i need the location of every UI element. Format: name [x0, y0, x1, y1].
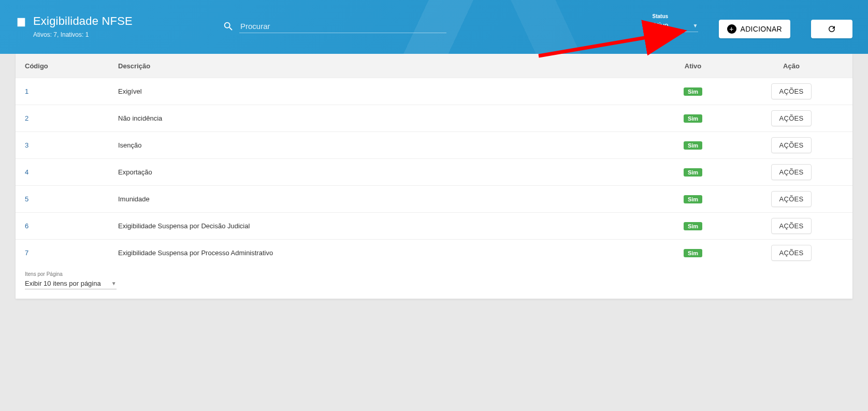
row-ativo: Sim: [646, 114, 740, 123]
row-codigo[interactable]: 5: [25, 195, 118, 203]
row-actions-button[interactable]: AÇÕES: [771, 164, 811, 180]
row-actions-button[interactable]: AÇÕES: [771, 191, 811, 207]
row-ativo: Sim: [646, 87, 740, 96]
row-codigo[interactable]: 6: [25, 222, 118, 230]
active-badge: Sim: [684, 114, 702, 123]
table-row: 4ExportaçãoSimAÇÕES: [16, 158, 852, 185]
document-icon: [16, 17, 27, 28]
chevron-down-icon: ▼: [111, 281, 117, 286]
row-descricao: Não incidência: [118, 114, 646, 122]
status-filter: Status Ativo ▼: [653, 13, 698, 32]
status-select[interactable]: Ativo ▼: [653, 19, 698, 32]
search-block: [223, 20, 446, 33]
title-block: Exigibilidade NFSE Ativos: 7, Inativos: …: [16, 14, 202, 38]
col-header-codigo: Código: [25, 62, 118, 70]
data-table: Código Descrição Ativo Ação 1ExigívelSim…: [16, 54, 852, 299]
table-row: 1ExigívelSimAÇÕES: [16, 78, 852, 105]
table-footer: Itens por Página Exibir 10 itens por pág…: [16, 266, 852, 299]
add-button-label: ADICIONAR: [741, 25, 783, 33]
active-badge: Sim: [684, 168, 702, 177]
row-actions-button[interactable]: AÇÕES: [771, 245, 811, 261]
row-descricao: Imunidade: [118, 195, 646, 203]
status-value: Ativo: [653, 21, 669, 30]
table-header: Código Descrição Ativo Ação: [16, 54, 852, 78]
row-codigo[interactable]: 1: [25, 87, 118, 95]
row-descricao: Exigibilidade Suspensa por Processo Admi…: [118, 249, 646, 257]
row-descricao: Isenção: [118, 141, 646, 149]
row-ativo: Sim: [646, 195, 740, 203]
refresh-icon: [827, 24, 836, 34]
row-codigo[interactable]: 7: [25, 249, 118, 257]
row-descricao: Exigível: [118, 87, 646, 95]
active-badge: Sim: [684, 87, 702, 96]
status-label: Status: [653, 13, 698, 19]
refresh-button[interactable]: [811, 20, 852, 38]
page-title: Exigibilidade NFSE: [33, 14, 133, 28]
table-row: 5ImunidadeSimAÇÕES: [16, 185, 852, 212]
active-badge: Sim: [684, 141, 702, 150]
row-descricao: Exigibilidade Suspensa por Decisão Judic…: [118, 222, 646, 230]
chevron-down-icon: ▼: [693, 23, 698, 28]
row-ativo: Sim: [646, 222, 740, 230]
row-codigo[interactable]: 3: [25, 141, 118, 149]
row-actions-button[interactable]: AÇÕES: [771, 137, 811, 153]
col-header-ativo: Ativo: [646, 62, 740, 70]
col-header-descricao: Descrição: [118, 62, 646, 70]
row-ativo: Sim: [646, 168, 740, 177]
row-actions-button[interactable]: AÇÕES: [771, 83, 811, 99]
active-badge: Sim: [684, 222, 702, 230]
row-descricao: Exportação: [118, 168, 646, 176]
active-badge: Sim: [684, 195, 702, 203]
row-ativo: Sim: [646, 141, 740, 150]
plus-icon: +: [727, 24, 736, 34]
table-row: 7Exigibilidade Suspensa por Processo Adm…: [16, 239, 852, 266]
row-ativo: Sim: [646, 249, 740, 257]
svg-line-1: [539, 31, 684, 56]
table-row: 6Exigibilidade Suspensa por Decisão Judi…: [16, 212, 852, 239]
items-per-page-label: Itens por Página: [25, 271, 843, 277]
add-button[interactable]: + ADICIONAR: [719, 20, 791, 38]
row-codigo[interactable]: 2: [25, 114, 118, 122]
row-codigo[interactable]: 4: [25, 168, 118, 176]
table-row: 2Não incidênciaSimAÇÕES: [16, 105, 852, 131]
row-actions-button[interactable]: AÇÕES: [771, 110, 811, 126]
table-row: 3IsençãoSimAÇÕES: [16, 131, 852, 158]
page-subtitle: Ativos: 7, Inativos: 1: [33, 31, 133, 38]
col-header-acao: Ação: [740, 62, 843, 70]
active-badge: Sim: [684, 249, 702, 257]
row-actions-button[interactable]: AÇÕES: [771, 218, 811, 234]
search-input[interactable]: [239, 20, 446, 33]
items-per-page-value: Exibir 10 itens por página: [25, 280, 101, 287]
items-per-page-select[interactable]: Exibir 10 itens por página ▼: [25, 278, 117, 289]
page-header: Exigibilidade NFSE Ativos: 7, Inativos: …: [0, 0, 868, 54]
search-icon: [223, 21, 234, 32]
